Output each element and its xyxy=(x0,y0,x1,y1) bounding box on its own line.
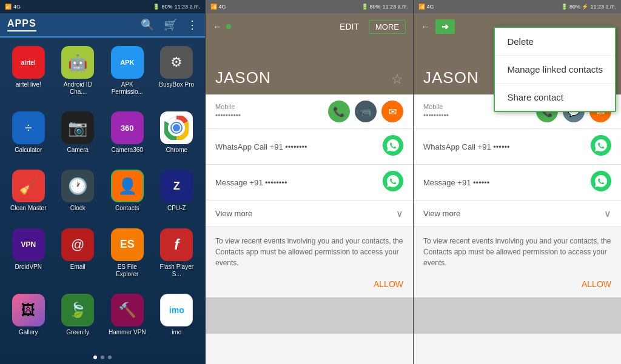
whatsapp-label-3: WhatsApp Call +91 •••••• xyxy=(423,142,510,151)
cleanmaster-icon: 🧹 xyxy=(12,170,45,202)
share-contact-item[interactable]: Share contact xyxy=(495,84,615,111)
view-more-3[interactable]: View more ∨ xyxy=(414,200,621,227)
contacts-label: Contacts xyxy=(115,205,139,212)
permission-text-3: To view recent events involving you and … xyxy=(423,237,611,267)
permission-note-2: To view recent events involving you and … xyxy=(206,227,413,277)
app-email[interactable]: @ Email xyxy=(55,225,102,288)
esfile-label: ES File Explorer xyxy=(106,263,149,278)
app-droidvpn[interactable]: VPN DroidVPN xyxy=(5,225,52,288)
message-row-3: Message +91 •••••• xyxy=(414,165,621,200)
mobile-actions-2: 📞 📹 ✉ xyxy=(328,101,403,122)
calculator-label: Calculator xyxy=(15,147,42,154)
mobile-value-2: •••••••••• xyxy=(215,111,241,120)
store-icon[interactable]: 🛒 xyxy=(164,18,177,31)
hammer-icon: 🔨 xyxy=(111,294,144,326)
app-busybox[interactable]: ⚙ BusyBox Pro xyxy=(153,42,201,105)
app-hammer[interactable]: 🔨 Hammer VPN xyxy=(104,290,151,346)
mobile-info-2: Mobile •••••••••• xyxy=(215,103,241,120)
greenify-icon: 🍃 xyxy=(61,294,94,326)
back-button-3[interactable]: ← xyxy=(421,22,429,31)
contact-body-2: Mobile •••••••••• 📞 📹 ✉ WhatsApp Call +9… xyxy=(206,94,413,364)
camera360-icon: 360 xyxy=(111,111,144,144)
status-icons-left: 📶 4G xyxy=(5,4,21,10)
busybox-label: BusyBox Pro xyxy=(159,81,194,88)
app-flash[interactable]: f Flash Player S... xyxy=(153,225,201,288)
app-chrome[interactable]: Chrome xyxy=(153,108,201,164)
app-clock[interactable]: 🕐 Clock xyxy=(55,166,102,222)
app-greenify[interactable]: 🍃 Greenify xyxy=(55,290,102,346)
search-icon[interactable]: 🔍 xyxy=(141,18,154,31)
edit-button-2[interactable]: EDIT xyxy=(340,22,359,31)
more-button-2[interactable]: MORE xyxy=(369,20,406,34)
whatsapp-row-3: WhatsApp Call +91 •••••• xyxy=(414,129,621,165)
clock-label: Clock xyxy=(70,205,86,212)
status-icons-3-right: 🔋 80% ⚡ 11:23 a.m. xyxy=(561,4,616,10)
time-2: 11:23 a.m. xyxy=(382,4,408,10)
whatsapp-msg-icon-3[interactable] xyxy=(591,171,611,194)
camera-icon: 📷 xyxy=(61,111,94,144)
whatsapp-msg-icon-2[interactable] xyxy=(383,171,403,194)
delete-menu-item[interactable]: Delete xyxy=(495,28,615,56)
back-button-2[interactable]: ← xyxy=(213,22,221,31)
whatsapp-icon-3[interactable] xyxy=(591,135,611,158)
video-button-2[interactable]: 📹 xyxy=(355,101,377,122)
signal-icon: 4G xyxy=(13,4,21,10)
whatsapp-icon-2[interactable] xyxy=(383,135,403,158)
imo-icon: imo xyxy=(160,294,193,326)
mobile-label-2: Mobile xyxy=(215,103,241,110)
contact-header-2: JASON ☆ xyxy=(206,40,413,94)
contacts-icon: 👤 xyxy=(111,170,144,202)
busybox-icon: ⚙ xyxy=(160,46,193,79)
droidvpn-label: DroidVPN xyxy=(15,263,42,271)
chevron-down-icon-2: ∨ xyxy=(396,208,403,219)
message-label-3: Message +91 •••••• xyxy=(423,178,489,187)
cpuz-icon: Z xyxy=(160,170,193,202)
manage-linked-contacts-item[interactable]: Manage linked contacts xyxy=(495,56,615,84)
apps-panel: 📶 4G 🔋 80% 11:23 a.m. APPS 🔍 🛒 ⋮ airtel … xyxy=(0,0,205,364)
android-id-label: Android ID Cha... xyxy=(57,81,99,96)
droidvpn-icon: VPN xyxy=(12,228,45,261)
allow-button-2[interactable]: ALLOW xyxy=(206,277,413,296)
app-contacts[interactable]: 👤 Contacts xyxy=(104,166,151,222)
bottom-blur-3 xyxy=(414,297,621,334)
favorite-star-2[interactable]: ☆ xyxy=(391,71,403,87)
cleanmaster-label: Clean Master xyxy=(10,205,46,212)
app-camera[interactable]: 📷 Camera xyxy=(55,108,102,164)
mobile-field-row-2: Mobile •••••••••• 📞 📹 ✉ xyxy=(215,101,403,122)
app-camera360[interactable]: 360 Camera360 xyxy=(104,108,151,164)
calculator-icon: ÷ xyxy=(12,111,45,144)
app-airtel[interactable]: airtel airtel live! xyxy=(5,42,52,105)
whatsapp-row-2: WhatsApp Call +91 •••••••• xyxy=(206,129,413,165)
apk-icon: APK xyxy=(111,46,144,79)
app-imo[interactable]: imo imo xyxy=(153,290,201,346)
view-more-2[interactable]: View more ∨ xyxy=(206,200,413,227)
status-icons-2-right: 🔋 80% 11:23 a.m. xyxy=(361,4,408,10)
message-label-2: Message +91 •••••••• xyxy=(215,178,287,187)
message-button-2[interactable]: ✉ xyxy=(381,101,403,122)
dot-3 xyxy=(108,356,112,359)
app-cpuz[interactable]: Z CPU-Z xyxy=(153,166,201,222)
message-field-row-3: Message +91 •••••• xyxy=(423,171,611,194)
view-more-text-2: View more xyxy=(215,209,252,218)
app-apk[interactable]: APK APK Permissio... xyxy=(104,42,151,105)
app-android-id[interactable]: 🤖 Android ID Cha... xyxy=(55,42,102,105)
time-3: 11:23 a.m. xyxy=(590,4,616,10)
email-label: Email xyxy=(70,263,86,271)
more-icon[interactable]: ⋮ xyxy=(187,18,198,31)
mobile-value-3: •••••••••• xyxy=(423,111,449,120)
app-calculator[interactable]: ÷ Calculator xyxy=(5,108,52,164)
call-button-2[interactable]: 📞 xyxy=(328,101,350,122)
cpuz-label: CPU-Z xyxy=(167,205,186,212)
allow-button-3[interactable]: ALLOW xyxy=(414,277,621,296)
contact-name-3: JASON xyxy=(423,68,479,87)
app-cleanmaster[interactable]: 🧹 Clean Master xyxy=(5,166,52,222)
contact-panel-3: 📶 4G 🔋 80% ⚡ 11:23 a.m. ← ➜ Delete Manag… xyxy=(413,0,621,364)
esfile-icon: ES xyxy=(111,228,144,261)
toolbar-right-2: EDIT MORE xyxy=(340,20,406,34)
message-row-2: Message +91 •••••••• xyxy=(206,165,413,200)
apk-label: APK Permissio... xyxy=(106,81,149,96)
app-esfile[interactable]: ES ES File Explorer xyxy=(104,225,151,288)
app-gallery[interactable]: 🖼 Gallery xyxy=(5,290,52,346)
message-info-3: Message +91 •••••• xyxy=(423,178,489,187)
wifi-icon: 📶 xyxy=(5,4,12,10)
